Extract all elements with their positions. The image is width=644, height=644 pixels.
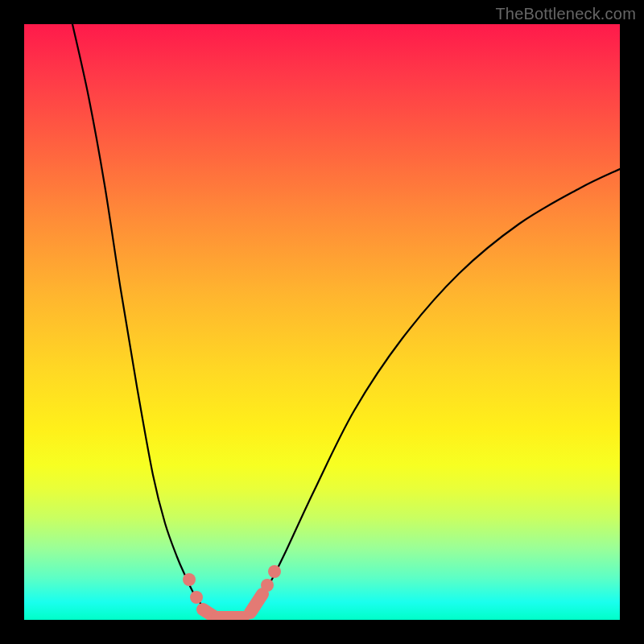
data-point-pill [250,594,262,613]
chart-plot-area [24,24,620,620]
bottleneck-curve [72,24,620,618]
data-point [190,591,203,604]
data-markers [183,565,281,617]
data-point [183,573,196,586]
watermark-text: TheBottleneck.com [495,5,636,23]
data-point [261,579,274,592]
data-point [268,565,281,578]
curve-svg [24,24,620,620]
